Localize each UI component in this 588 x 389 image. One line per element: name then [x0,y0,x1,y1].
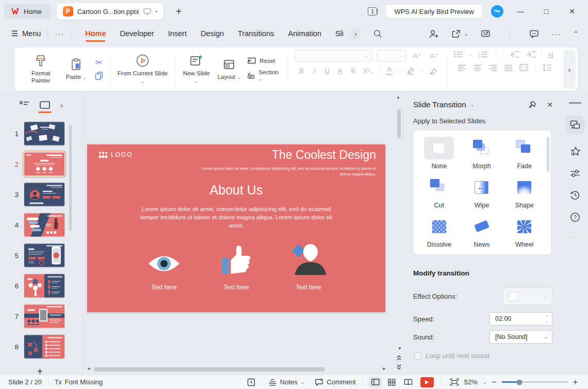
character-border-button[interactable]: A [336,67,344,75]
rail-history-icon[interactable] [570,190,580,200]
start-slideshow-button[interactable] [420,377,434,387]
next-slide-button[interactable] [396,364,402,370]
chevron-down-icon[interactable]: ⌄ [464,31,468,37]
align-center-button[interactable] [473,64,482,71]
underline-button[interactable]: U [323,67,331,75]
fit-slide-icon[interactable] [450,378,459,386]
superscript-button[interactable]: X²⌄ [362,67,375,75]
from-current-slide-button[interactable]: From Current Slide ⌄ [117,54,169,84]
main-menu-button[interactable]: ☰ Menu [11,29,41,38]
thumbnail-image[interactable] [24,274,64,298]
increase-font-size-button[interactable]: A⁺ [411,52,423,60]
paste-button[interactable]: Paste ⌄ [64,58,88,80]
reading-view-button[interactable] [402,377,415,388]
new-slide-button[interactable]: New Slide ⌄ [182,54,211,84]
slide-logo[interactable]: LOGO [99,151,133,158]
slide-thumbnail-4[interactable]: 4 [10,213,64,237]
new-window-icon[interactable] [481,29,491,38]
clear-format-icon[interactable] [428,67,437,75]
chevron-down-icon[interactable]: ⌄ [470,102,475,107]
wps-ai-button[interactable]: WPS AI Early Bird Preview [385,4,483,19]
zoom-level[interactable]: 52% [464,378,478,386]
tab-animation[interactable]: Animation [288,24,321,43]
transition-option-shape[interactable]: Shape [503,175,546,209]
slide-title[interactable]: The Coolest Design [272,148,376,162]
gallery-scrollbar[interactable] [547,137,549,172]
wps-ai-assistant-icon[interactable] [491,5,503,18]
strikethrough-button[interactable]: S [349,67,357,75]
previous-slide-button[interactable] [396,354,402,361]
slide-thumbnail-3[interactable]: 3 [10,183,64,206]
ribbon-expand-button[interactable]: › [563,50,576,89]
close-panel-icon[interactable]: ✕ [547,101,553,109]
tabs-overflow-button[interactable]: › [351,28,360,39]
thumbnail-image[interactable] [24,304,64,328]
panel-title[interactable]: Slide Transition [413,100,466,109]
rail-animation-star-icon[interactable] [570,146,581,157]
slide-view-button[interactable] [40,101,50,112]
tab-design[interactable]: Design [201,24,224,43]
vertical-scrollbar[interactable] [397,109,401,138]
font-color-button[interactable]: A [385,66,393,75]
decrease-indent-button[interactable] [510,51,520,58]
thumbnail-image[interactable] [24,213,64,237]
tab-developer[interactable]: Developer [120,24,154,43]
thumbnail-panel-expand-icon[interactable]: › [60,101,63,109]
transition-option-news[interactable]: News [461,214,503,248]
zoom-out-button[interactable]: − [492,378,496,387]
font-name-select[interactable]: ⌄ [295,50,372,62]
chevron-down-icon[interactable]: ⌄ [420,68,424,73]
slide-thumbnail-8[interactable]: 8 [10,335,64,359]
loop-sound-checkbox[interactable] [414,352,421,360]
outline-view-button[interactable] [20,101,29,112]
rail-more-icon[interactable]: ··· [571,234,579,239]
transition-option-fade[interactable]: Fade [503,136,546,170]
more-options-icon[interactable]: ··· [551,29,561,38]
line-spacing-button[interactable] [542,64,551,71]
increase-indent-button[interactable] [526,51,536,58]
decrease-font-size-button[interactable]: A⁻ [428,52,440,60]
slide-thumbnail-5[interactable]: 5 [10,244,64,267]
notes-button[interactable]: Notes ⌄ [268,378,305,386]
reset-button[interactable]: Reset [247,57,275,64]
scroll-right-arrow[interactable]: ► [382,366,386,371]
slide-thumbnail-1[interactable]: 1 [10,122,64,145]
transition-option-morph[interactable]: Morph [461,136,503,170]
thumbnail-image[interactable] [24,183,64,206]
section-button[interactable]: Section ⌄ [247,69,282,82]
transition-option-wheel[interactable]: Wheel [503,214,546,248]
window-stack-icon[interactable]: 1 [368,7,377,15]
slide-feature-like[interactable]: Text here [208,238,265,291]
slide-thumbnail-2-selected[interactable]: 2 [10,152,64,176]
scroll-up-arrow[interactable]: ▲ [396,95,400,100]
more-tabs-icon[interactable]: ··· [55,29,64,38]
chevron-down-icon[interactable]: ⌄ [469,52,473,57]
scroll-left-arrow[interactable]: ◄ [87,366,91,371]
highlight-color-button[interactable] [406,67,415,75]
tab-transitions[interactable]: Transitions [238,24,274,43]
slide-subtitle[interactable]: Lorem ipsum dolor sit amet, consectetur … [201,166,376,177]
maximize-button[interactable]: □ [537,7,555,15]
thumbnail-image[interactable] [24,244,64,267]
slide-thumbnail-6[interactable]: 6 [10,274,64,298]
layout-button[interactable]: Layout ⌄ [217,58,241,80]
justify-button[interactable] [504,64,513,71]
home-tab[interactable]: Home [4,4,51,19]
transition-option-none[interactable]: None [418,136,461,170]
bold-button[interactable]: B [297,67,305,75]
zoom-slider-knob[interactable] [517,379,522,385]
tab-insert[interactable]: Insert [168,24,187,43]
chevron-down-icon[interactable]: ⌄ [494,52,498,57]
transition-option-cut[interactable]: Cut [418,175,461,209]
zoom-in-button[interactable]: + [573,378,578,387]
share-user-icon[interactable] [429,29,439,38]
italic-button[interactable]: I [310,67,318,75]
normal-view-button[interactable] [369,377,382,388]
spinner-arrows[interactable]: ⌃⌄ [546,315,549,323]
text-direction-button[interactable]: a [548,51,556,58]
thumbnail-scrollbar[interactable] [69,125,72,231]
thumbnail-image[interactable] [24,122,64,145]
thumbnail-image[interactable] [24,335,64,359]
new-tab-button[interactable]: + [175,5,182,18]
rail-help-icon[interactable]: ? [570,212,580,222]
